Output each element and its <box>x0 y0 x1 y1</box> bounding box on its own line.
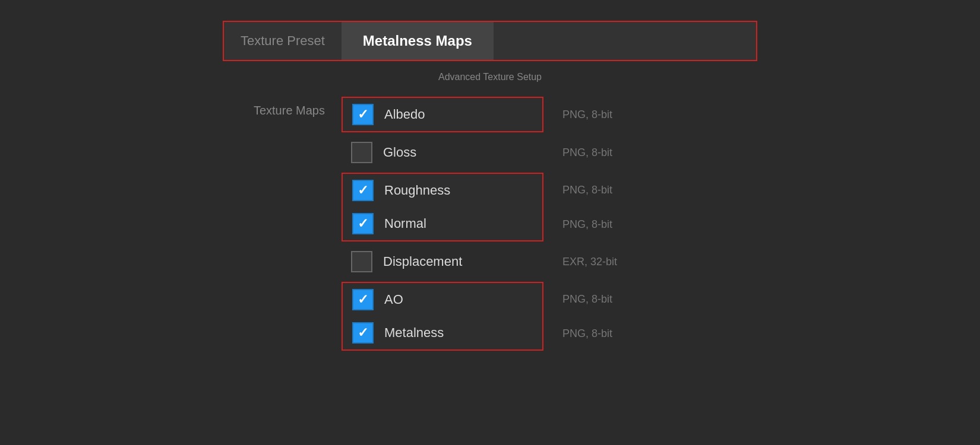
header-row: Texture Preset Metalness Maps <box>223 21 757 61</box>
metalness-label: Metalness <box>384 325 444 341</box>
roughness-format: PNG, 8-bit <box>562 184 646 196</box>
normal-label: Normal <box>384 216 426 231</box>
gloss-checkbox-row: Gloss <box>342 136 543 169</box>
ao-metalness-group-row: ✓ AO ✓ Metalness PNG, 8-bit PNG, 8-bit <box>342 282 757 351</box>
roughness-normal-group-row: ✓ Roughness ✓ Normal PNG, 8-bit PNG, 8-b… <box>342 173 757 241</box>
normal-format: PNG, 8-bit <box>562 218 646 231</box>
panel: Texture Preset Metalness Maps Advanced T… <box>223 21 757 424</box>
albedo-row: ✓ Albedo PNG, 8-bit <box>342 97 757 132</box>
roughness-normal-group: ✓ Roughness ✓ Normal <box>342 173 543 241</box>
ao-row: ✓ AO <box>343 283 542 316</box>
metalness-checkbox[interactable]: ✓ <box>352 322 374 344</box>
displacement-checkbox-row: Displacement <box>342 245 543 278</box>
checkmark-icon: ✓ <box>358 326 368 339</box>
ao-format: PNG, 8-bit <box>562 293 646 306</box>
roughness-label: Roughness <box>384 183 450 198</box>
albedo-checkbox[interactable]: ✓ <box>352 104 374 125</box>
metalness-maps-tab[interactable]: Metalness Maps <box>342 22 494 60</box>
checkmark-icon: ✓ <box>358 217 368 230</box>
displacement-row: Displacement EXR, 32-bit <box>342 245 757 278</box>
maps-column: ✓ Albedo PNG, 8-bit Gloss PNG, 8-bit <box>342 97 757 354</box>
metalness-format: PNG, 8-bit <box>562 328 646 340</box>
roughness-row: ✓ Roughness <box>343 174 542 207</box>
albedo-checkbox-row: ✓ Albedo <box>342 97 543 132</box>
subtitle: Advanced Texture Setup <box>223 72 757 82</box>
checkmark-icon: ✓ <box>358 293 368 306</box>
displacement-format: EXR, 32-bit <box>543 256 627 268</box>
albedo-format: PNG, 8-bit <box>543 109 627 121</box>
gloss-row: Gloss PNG, 8-bit <box>342 136 757 169</box>
metalness-row: ✓ Metalness <box>343 316 542 349</box>
displacement-checkbox[interactable] <box>351 251 372 272</box>
texture-maps-label: Texture Maps <box>223 97 342 117</box>
roughness-checkbox[interactable]: ✓ <box>352 180 374 201</box>
gloss-checkbox[interactable] <box>351 142 372 163</box>
gloss-format: PNG, 8-bit <box>543 147 627 159</box>
ao-metalness-group: ✓ AO ✓ Metalness <box>342 282 543 351</box>
displacement-label: Displacement <box>383 254 462 269</box>
texture-preset-label: Texture Preset <box>224 22 342 60</box>
ao-checkbox[interactable]: ✓ <box>352 289 374 310</box>
gloss-label: Gloss <box>383 145 416 160</box>
checkmark-icon: ✓ <box>358 108 368 121</box>
content-area: Texture Maps ✓ Albedo PNG, 8-bit <box>223 97 757 354</box>
albedo-label: Albedo <box>384 107 425 122</box>
ao-label: AO <box>384 292 403 307</box>
normal-checkbox[interactable]: ✓ <box>352 213 374 234</box>
checkmark-icon: ✓ <box>358 184 368 197</box>
normal-row: ✓ Normal <box>343 207 542 240</box>
